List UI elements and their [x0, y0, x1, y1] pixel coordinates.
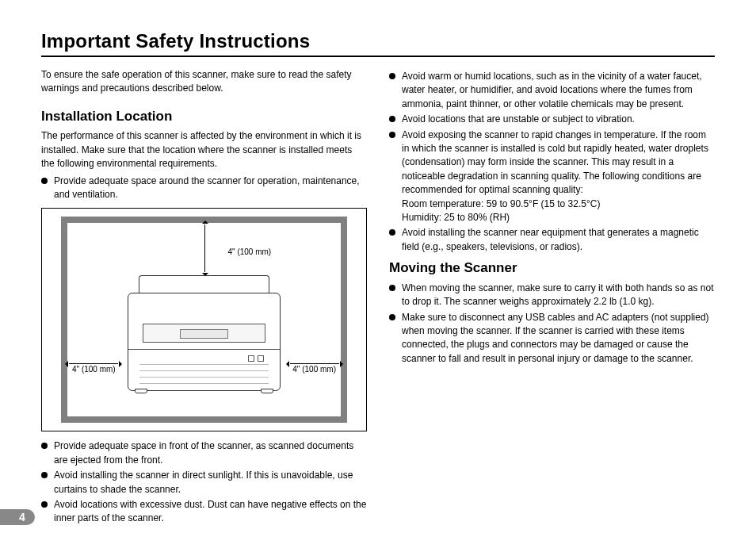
list-item: Provide adequate space in front of the s… — [41, 439, 367, 467]
page-title: Important Safety Instructions — [41, 30, 715, 57]
installation-bullets-col2: Avoid warm or humid locations, such as i… — [389, 70, 715, 254]
list-item: Provide adequate space around the scanne… — [41, 174, 367, 202]
clearance-left-label: 4" (100 mm) — [72, 364, 116, 376]
list-item-text: Avoid exposing the scanner to rapid chan… — [402, 129, 708, 196]
right-column: Avoid warm or humid locations, such as i… — [389, 68, 715, 531]
arrow-top-icon — [204, 224, 205, 272]
wall-right — [341, 217, 347, 423]
list-item: Avoid locations that are unstable or sub… — [389, 113, 715, 126]
list-item: Make sure to disconnect any USB cables a… — [389, 311, 715, 366]
list-item: Avoid installing the scanner near equipm… — [389, 226, 715, 254]
installation-bullets-pre: Provide adequate space around the scanne… — [41, 174, 367, 202]
list-item: Avoid locations with excessive dust. Dus… — [41, 498, 367, 526]
moving-bullets: When moving the scanner, make sure to ca… — [389, 282, 715, 366]
list-item: Avoid warm or humid locations, such as i… — [389, 70, 715, 111]
installation-bullets-post: Provide adequate space in front of the s… — [41, 439, 367, 525]
scanner-illustration — [123, 275, 285, 391]
page-number: 4 — [0, 509, 35, 525]
clearance-diagram: 4" (100 mm) 4" (100 mm) 4" (100 mm) — [41, 208, 367, 431]
list-item: Avoid exposing the scanner to rapid chan… — [389, 128, 715, 225]
clearance-top-label: 4" (100 mm) — [228, 247, 272, 259]
condition-humidity: Humidity: 25 to 80% (RH) — [402, 211, 715, 224]
moving-heading: Moving the Scanner — [389, 259, 715, 278]
two-column-layout: To ensure the safe operation of this sca… — [41, 68, 715, 531]
list-item: When moving the scanner, make sure to ca… — [389, 282, 715, 309]
wall-bottom — [61, 416, 347, 423]
list-item: Avoid installing the scanner in direct s… — [41, 469, 367, 497]
clearance-right-label: 4" (100 mm) — [292, 364, 336, 376]
intro-text: To ensure the safe operation of this sca… — [41, 68, 367, 96]
wall-left — [61, 217, 67, 423]
installation-heading: Installation Location — [41, 107, 367, 127]
left-column: To ensure the safe operation of this sca… — [41, 68, 367, 531]
installation-lead: The performance of this scanner is affec… — [41, 129, 367, 171]
condition-temp: Room temperature: 59 to 90.5°F (15 to 32… — [402, 197, 715, 211]
